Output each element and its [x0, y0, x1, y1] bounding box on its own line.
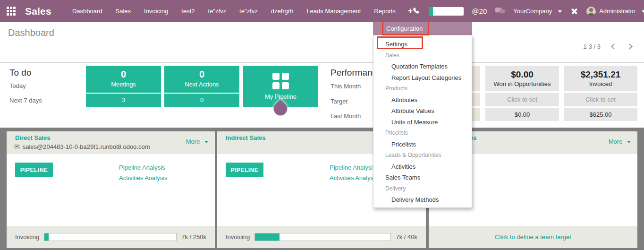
activities-analysis-link[interactable]: Activities Analysis — [119, 174, 168, 181]
dashboard-top-section: To do Today Next 7 days 0 Meetings 3 0 N… — [0, 63, 644, 128]
phone-icon[interactable] — [413, 7, 421, 15]
user-menu[interactable]: Administrator — [586, 7, 644, 16]
pager-previous-icon[interactable] — [611, 43, 617, 50]
invoicing-progress-fill — [44, 233, 48, 241]
pipeline-analysis-link[interactable]: Pipeline Analysis — [330, 164, 378, 171]
invoicing-progressbar[interactable] — [44, 233, 177, 241]
menu-item-units-of-measure[interactable]: Units of Measure — [373, 117, 472, 128]
tile-next-actions-top: 0 Next Actions — [164, 66, 239, 93]
todo-heading: To do — [9, 68, 31, 78]
tile-meetings-top: 0 Meetings — [86, 66, 161, 93]
menu-item-activities[interactable]: Activities — [373, 161, 472, 172]
chevron-down-icon — [642, 10, 644, 15]
invoicing-label: Invoicing — [226, 233, 250, 241]
chevron-down-icon — [627, 141, 631, 145]
menu-item-quotation-templates[interactable]: Quotation Templates — [373, 61, 472, 72]
performance-tile-partial — [472, 66, 480, 121]
define-team-target-link[interactable]: Click to define a team target — [495, 233, 571, 241]
nav-item-tezfvz-2[interactable]: te"zfvz — [239, 8, 258, 15]
messages-icon[interactable] — [495, 8, 505, 15]
tile-next-actions[interactable]: 0 Next Actions 0 — [164, 66, 239, 107]
won-label: Won in Opportunities — [485, 80, 559, 87]
menu-item-report-layout-categories[interactable]: Report Layout Categories — [373, 72, 472, 84]
more-label: More — [609, 138, 623, 145]
control-panel: Dashboard — [0, 22, 644, 63]
menu-item-pricelists[interactable]: Pricelists — [373, 139, 472, 150]
menu-item-attribute-values[interactable]: Attribute Values — [373, 105, 472, 117]
nav-item-leads-management[interactable]: Leads Management — [306, 8, 361, 15]
more-dropdown[interactable]: More — [609, 138, 631, 145]
nav-item-dashboard[interactable]: Dashboard — [72, 8, 102, 15]
pager: 1-3 / 3 — [583, 43, 632, 50]
timer-widget[interactable] — [429, 7, 464, 16]
pipeline-button[interactable]: PIPELINE — [15, 163, 53, 177]
invoicing-progressbar[interactable] — [254, 233, 391, 241]
menu-item-delivery-methods[interactable]: Delivery Methods — [373, 194, 472, 206]
next-actions-count: 0 — [164, 66, 239, 80]
annotation-box-configuration — [382, 21, 429, 35]
team-title[interactable]: Direct Sales — [15, 134, 50, 141]
menu-item-sales-teams[interactable]: Sales Teams — [373, 172, 472, 183]
activity-counter[interactable]: @20 — [472, 7, 487, 15]
page-title: Dashboard — [8, 27, 54, 38]
team-card-direct-sales: Direct Sales ✉ sales@204483-10-0-ba29f1.… — [7, 131, 215, 248]
main-menu: Dashboard Sales Invoicing test2 te"zfvz … — [72, 8, 396, 15]
sales-teams-section: Direct Sales ✉ sales@204483-10-0-ba29f1.… — [0, 128, 644, 250]
won-main: $0.00 Won in Opportunities — [485, 66, 559, 91]
won-target[interactable]: Click to set — [485, 93, 559, 106]
nav-item-reports[interactable]: Reports — [374, 8, 396, 15]
activities-analysis-link[interactable]: Activities Analysis — [330, 174, 378, 181]
app-brand[interactable]: Sales — [25, 6, 51, 17]
nav-item-sales[interactable]: Sales — [116, 8, 131, 15]
nav-item-test2[interactable]: test2 — [181, 8, 195, 15]
pipeline-analysis-link[interactable]: Pipeline Analysis — [119, 164, 168, 171]
team-title[interactable]: Indirect Sales — [226, 134, 266, 141]
tile-won-in-opportunities[interactable]: $0.00 Won in Opportunities Click to set … — [485, 66, 559, 121]
add-menu-button[interactable]: + — [408, 6, 413, 16]
invoicing-label: Invoicing — [15, 233, 39, 241]
won-last-month: $0.00 — [485, 108, 559, 121]
odoo-sales-dashboard: Sales Dashboard Sales Invoicing test2 te… — [0, 0, 644, 250]
invoiced-label: Invoiced — [564, 80, 637, 87]
invoiced-target[interactable]: Click to set — [564, 93, 637, 106]
apps-grid-icon[interactable] — [7, 7, 16, 16]
invoiced-value: $2,351.21 — [564, 66, 637, 80]
pager-next-icon[interactable] — [627, 43, 633, 50]
team-email-row: ✉ sales@204483-10-0-ba29f1.runbot8.odoo.… — [14, 143, 150, 150]
avatar — [586, 7, 596, 16]
invoiced-main: $2,351.21 Invoiced — [564, 66, 637, 91]
menu-section-products: Products — [373, 83, 472, 95]
invoicing-progress-fill — [255, 233, 280, 241]
menu-section-delivery: Delivery — [373, 183, 472, 195]
meetings-label: Meetings — [86, 81, 161, 88]
more-dropdown[interactable]: More — [186, 138, 208, 145]
chevron-down-icon — [558, 10, 562, 15]
nav-item-tezfvz-1[interactable]: te"zfvz — [208, 8, 227, 15]
card-header: Direct Sales ✉ sales@204483-10-0-ba29f1.… — [7, 131, 215, 154]
next-actions-week-count[interactable]: 0 — [164, 93, 239, 106]
nav-item-invoicing[interactable]: Invoicing — [144, 8, 168, 15]
card-footer: Click to define a team target — [429, 226, 637, 248]
analysis-links: Pipeline Analysis Activities Analysis — [330, 164, 378, 181]
invoicing-value: 7k / 40k — [396, 233, 417, 241]
kanban-grid-icon — [272, 73, 289, 89]
menu-section-pricelists: Pricelists — [373, 128, 472, 139]
envelope-icon: ✉ — [14, 143, 20, 150]
pipeline-button[interactable]: PIPELINE — [226, 163, 263, 177]
menu-item-attributes[interactable]: Attributes — [373, 95, 472, 106]
meetings-count: 0 — [86, 66, 161, 80]
nav-item-dzefrgrh[interactable]: dzefrgrh — [271, 8, 294, 15]
chevron-down-icon — [204, 141, 208, 145]
tile-meetings[interactable]: 0 Meetings 3 — [86, 66, 161, 107]
annotation-box-settings — [377, 36, 423, 49]
meetings-week-count[interactable]: 3 — [86, 93, 161, 106]
team-email: sales@204483-10-0-ba29f1.runbot8.odoo.co… — [23, 143, 150, 150]
invoicing-value: 7k / 250k — [181, 233, 206, 241]
invoiced-last-month: $625.00 — [564, 108, 637, 121]
tile-invoiced[interactable]: $2,351.21 Invoiced Click to set $625.00 — [564, 66, 637, 121]
perf-row-last-month: Last Month — [330, 112, 361, 120]
won-value: $0.00 — [485, 66, 559, 80]
developer-tools-icon[interactable] — [570, 7, 578, 16]
timer-progress — [429, 7, 433, 16]
company-switcher[interactable]: YourCompany — [513, 8, 562, 15]
